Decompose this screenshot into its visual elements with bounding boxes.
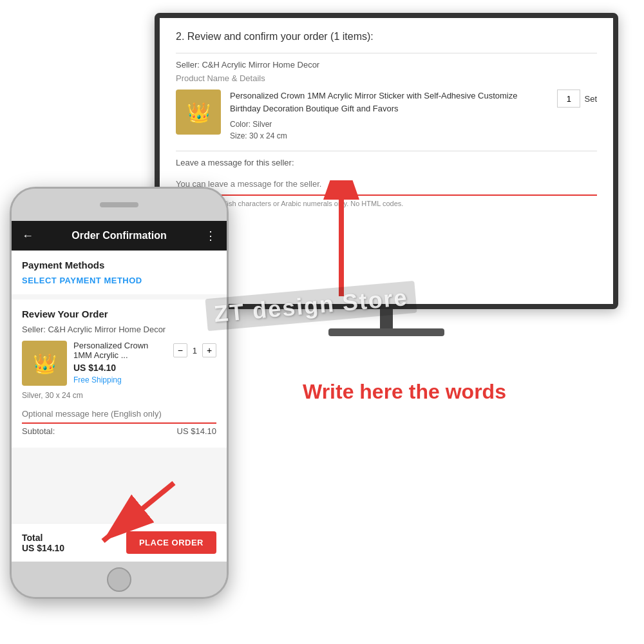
phone-body: Payment Methods SELECT PAYMENT METHOD Re… — [12, 251, 227, 523]
phone-footer-total: Total US $14.10 — [22, 533, 64, 553]
desktop-product-name: Personalized Crown 1MM Acrylic Mirror St… — [230, 90, 548, 115]
desktop-message-input[interactable] — [176, 173, 597, 196]
phone-shipping-label: Free Shipping — [73, 375, 167, 384]
phone-subtotal-row: Subtotal: US $14.10 — [22, 426, 216, 436]
desktop-seller-label: Seller: C&H Acrylic Mirror Home Decor — [176, 60, 597, 70]
write-here-label: Write here the words — [303, 380, 506, 404]
phone-speaker — [100, 202, 138, 207]
phone-message-input-wrap — [22, 405, 216, 424]
desktop-message-label: Leave a message for this seller: — [176, 158, 597, 167]
monitor-base — [328, 328, 444, 336]
payment-methods-section: Payment Methods SELECT PAYMENT METHOD — [12, 251, 227, 294]
size-label: Size: — [230, 131, 247, 140]
color-label: Color: — [230, 120, 251, 129]
phone-footer: Total US $14.10 PLACE ORDER — [12, 523, 227, 562]
phone-product-name: Personalized Crown 1MM Acrylic ... — [73, 341, 167, 360]
phone-bottom-bar — [12, 562, 227, 597]
desktop-section-title: 2. Review and confirm your order (1 item… — [176, 31, 597, 43]
qty-plus-button[interactable]: + — [202, 343, 216, 357]
phone-product-price: US $14.10 — [73, 363, 167, 373]
monitor-neck — [380, 309, 393, 328]
phone-top-bar — [12, 189, 227, 221]
phone-qty-row: − 1 + — [173, 343, 216, 357]
phone-total-label: Total — [22, 533, 64, 543]
phone-crown-icon: 👑 — [33, 352, 57, 375]
color-value: Silver — [252, 120, 272, 129]
crown-icon: 👑 — [187, 101, 211, 124]
desktop-product-thumbnail: 👑 — [176, 90, 221, 135]
desktop-product-label: Product Name & Details — [176, 73, 597, 83]
phone-total-amount: US $14.10 — [22, 543, 64, 553]
desktop-product-row: 👑 Personalized Crown 1MM Acrylic Mirror … — [176, 90, 597, 142]
place-order-button[interactable]: PLACE ORDER — [126, 531, 216, 554]
more-icon[interactable]: ⋮ — [205, 229, 216, 243]
review-order-title: Review Your Order — [22, 308, 216, 319]
desktop-product-attrs: Color: Silver Size: 30 x 24 cm — [230, 118, 548, 142]
phone-product-details: Personalized Crown 1MM Acrylic ... US $1… — [73, 341, 167, 384]
phone-screen: ← Order Confirmation ⋮ Payment Methods S… — [12, 221, 227, 562]
desktop-message-hint: Max. 1,000 English characters or Arabic … — [176, 200, 597, 207]
subtotal-value: US $14.10 — [177, 426, 216, 436]
phone-header: ← Order Confirmation ⋮ — [12, 221, 227, 251]
desktop-product-info: Personalized Crown 1MM Acrylic Mirror St… — [230, 90, 548, 142]
phone-seller-label: Seller: C&H Acrylic Mirror Home Decor — [22, 325, 216, 334]
size-value: 30 x 24 cm — [249, 131, 287, 140]
subtotal-label: Subtotal: — [22, 426, 55, 436]
review-order-section: Review Your Order Seller: C&H Acrylic Mi… — [12, 299, 227, 448]
phone-message-input[interactable] — [22, 405, 216, 422]
back-icon[interactable]: ← — [22, 229, 33, 243]
desktop-qty-unit: Set — [584, 94, 597, 104]
phone-product-row: 👑 Personalized Crown 1MM Acrylic ... US … — [22, 341, 216, 386]
qty-minus-button[interactable]: − — [173, 343, 187, 357]
desktop-quantity-input[interactable] — [557, 90, 580, 108]
desktop-qty-box: Set — [557, 90, 597, 108]
mobile-phone: ← Order Confirmation ⋮ Payment Methods S… — [10, 187, 229, 599]
phone-home-button[interactable] — [107, 567, 131, 592]
phone-header-title: Order Confirmation — [71, 230, 167, 242]
phone-quantity-value: 1 — [193, 346, 197, 355]
payment-methods-title: Payment Methods — [22, 260, 216, 270]
phone-variant-label: Silver, 30 x 24 cm — [22, 391, 216, 400]
phone-product-thumbnail: 👑 — [22, 341, 67, 386]
select-payment-method-link[interactable]: SELECT PAYMENT METHOD — [22, 276, 216, 285]
